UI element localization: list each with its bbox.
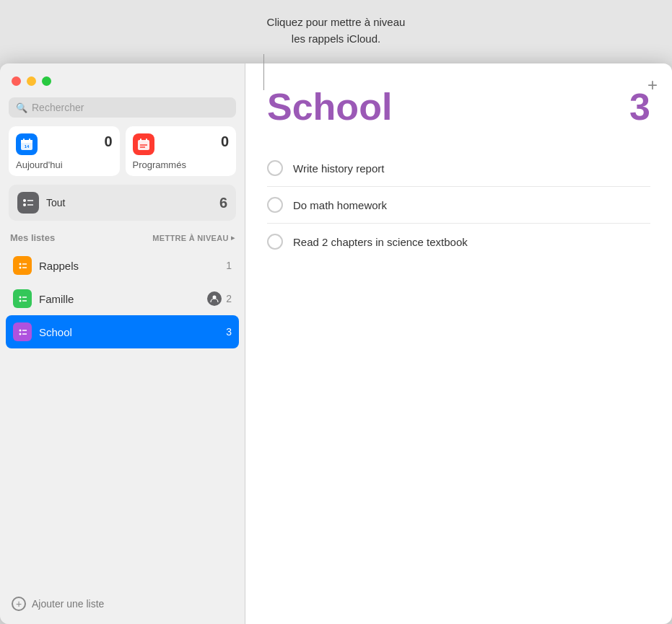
famille-count: 2 bbox=[226, 293, 232, 304]
svg-point-23 bbox=[19, 330, 22, 332]
traffic-lights bbox=[0, 63, 245, 95]
maximize-button[interactable] bbox=[42, 76, 51, 86]
scheduled-label: Programmés bbox=[133, 159, 230, 170]
add-list-button[interactable]: + Ajouter une liste bbox=[0, 588, 245, 624]
today-count: 0 bbox=[104, 133, 112, 150]
my-lists-header: Mes listes METTRE À NIVEAU ▸ bbox=[0, 229, 245, 249]
famille-name: Famille bbox=[39, 293, 200, 305]
add-list-plus-icon: + bbox=[12, 597, 26, 611]
task-item-3: Read 2 chapters in science textbook bbox=[267, 224, 650, 260]
svg-rect-6 bbox=[140, 139, 141, 141]
today-icon: 14 bbox=[16, 133, 38, 155]
svg-rect-2 bbox=[23, 139, 25, 141]
school-name: School bbox=[39, 326, 219, 338]
list-items: Rappels 1 Famille bbox=[0, 249, 245, 588]
list-item-famille[interactable]: Famille 2 bbox=[6, 282, 239, 315]
upgrade-chevron-icon: ▸ bbox=[231, 234, 235, 242]
today-label: Aujourd'hui bbox=[16, 159, 113, 170]
close-button[interactable] bbox=[12, 76, 21, 86]
all-list-icon bbox=[17, 192, 39, 214]
scheduled-icon bbox=[133, 133, 154, 155]
add-list-label: Ajouter une liste bbox=[32, 598, 104, 610]
school-count: 3 bbox=[226, 326, 232, 338]
famille-right: 2 bbox=[207, 291, 232, 306]
svg-point-11 bbox=[23, 203, 26, 206]
main-content: + School 3 Write history report Do math … bbox=[245, 63, 672, 624]
task-item-2: Do math homework bbox=[267, 187, 650, 224]
tooltip: Cliquez pour mettre à niveau les rappels… bbox=[0, 0, 672, 61]
all-list-count: 6 bbox=[219, 195, 227, 211]
scheduled-smart-list[interactable]: 0 Programmés bbox=[126, 126, 237, 176]
task-checkbox-3[interactable] bbox=[267, 234, 283, 250]
task-text-3: Read 2 chapters in science textbook bbox=[293, 236, 650, 248]
list-header: School 3 bbox=[267, 85, 650, 128]
today-smart-list[interactable]: 14 0 Aujourd'hui bbox=[9, 126, 120, 176]
task-list: Write history report Do math homework Re… bbox=[267, 150, 650, 260]
rappels-name: Rappels bbox=[39, 260, 219, 272]
search-bar[interactable]: 🔍 Rechercher bbox=[9, 97, 236, 118]
list-item-rappels[interactable]: Rappels 1 bbox=[6, 249, 239, 282]
task-text-1: Write history report bbox=[293, 162, 650, 175]
list-title: School bbox=[267, 85, 392, 128]
smart-lists: 14 0 Aujourd'hui bbox=[0, 126, 245, 185]
all-list-left: Tout bbox=[17, 192, 65, 214]
all-list-card[interactable]: Tout 6 bbox=[9, 185, 236, 221]
rappels-count: 1 bbox=[226, 260, 232, 271]
famille-icon bbox=[13, 289, 32, 308]
search-icon: 🔍 bbox=[16, 102, 27, 113]
scheduled-count: 0 bbox=[221, 133, 229, 150]
svg-rect-7 bbox=[146, 139, 147, 141]
school-right: 3 bbox=[226, 326, 232, 338]
tooltip-text: Cliquez pour mettre à niveau les rappels… bbox=[267, 14, 406, 47]
content-area: School 3 Write history report Do math ho… bbox=[245, 63, 672, 624]
minimize-button[interactable] bbox=[27, 76, 36, 86]
svg-point-14 bbox=[19, 263, 22, 265]
school-icon bbox=[13, 322, 32, 341]
task-text-2: Do math homework bbox=[293, 199, 650, 211]
svg-point-10 bbox=[23, 199, 26, 202]
svg-rect-1 bbox=[21, 140, 32, 143]
my-lists-title: Mes listes bbox=[10, 232, 55, 243]
app-window: 🔍 Rechercher 14 0 bbox=[0, 63, 672, 624]
svg-rect-3 bbox=[29, 139, 30, 141]
search-placeholder: Rechercher bbox=[32, 102, 84, 113]
add-task-button[interactable]: + bbox=[647, 76, 658, 94]
svg-point-15 bbox=[19, 267, 22, 269]
task-checkbox-2[interactable] bbox=[267, 197, 283, 213]
svg-point-18 bbox=[19, 296, 22, 299]
sidebar: 🔍 Rechercher 14 0 bbox=[0, 63, 245, 624]
svg-point-19 bbox=[19, 300, 22, 302]
all-list-label: Tout bbox=[46, 197, 65, 208]
task-item-1: Write history report bbox=[267, 150, 650, 187]
tooltip-line bbox=[263, 54, 264, 90]
list-item-school[interactable]: School 3 bbox=[6, 315, 239, 348]
svg-text:14: 14 bbox=[25, 144, 30, 149]
rappels-right: 1 bbox=[226, 260, 232, 271]
task-checkbox-1[interactable] bbox=[267, 160, 283, 176]
famille-avatar bbox=[207, 291, 222, 306]
svg-point-24 bbox=[19, 333, 22, 335]
upgrade-button[interactable]: METTRE À NIVEAU ▸ bbox=[152, 234, 235, 242]
rappels-icon bbox=[13, 256, 32, 275]
